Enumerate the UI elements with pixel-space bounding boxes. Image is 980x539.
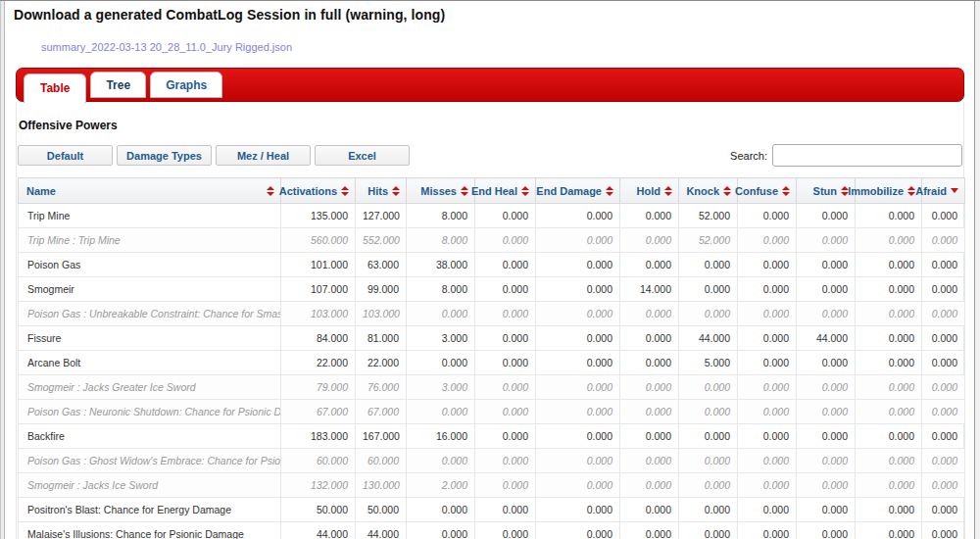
value-cell: 0.000 (536, 400, 620, 424)
value-cell: 0.000 (922, 522, 965, 539)
sort-both-icon (606, 186, 613, 196)
value-cell: 14.000 (620, 277, 679, 302)
toolbar: DefaultDamage TypesMez / HealExcel Searc… (18, 144, 962, 167)
sort-both-icon (341, 186, 349, 196)
value-cell: 3.000 (407, 326, 475, 351)
value-cell: 0.000 (797, 228, 856, 253)
value-cell: 0.000 (856, 424, 922, 449)
column-header-immobilize[interactable]: Immobilize (856, 178, 922, 204)
value-cell: 0.000 (536, 424, 620, 449)
value-cell: 22.000 (281, 351, 356, 375)
value-cell: 0.000 (679, 400, 738, 424)
mez-heal-button[interactable]: Mez / Heal (216, 145, 311, 166)
file-link-row: summary_2022-03-13 20_28_11.0_Jury Rigge… (41, 37, 966, 55)
value-cell: 0.000 (475, 522, 536, 539)
search-input[interactable] (772, 144, 962, 167)
value-cell: 0.000 (856, 228, 922, 253)
value-cell: 0.000 (475, 498, 536, 522)
session-file-link[interactable]: summary_2022-03-13 20_28_11.0_Jury Rigge… (41, 41, 292, 53)
value-cell: 63.000 (356, 253, 407, 277)
column-header-hold[interactable]: Hold (620, 178, 679, 204)
tab-table[interactable]: Table (24, 74, 86, 103)
column-header-end-damage[interactable]: End Damage (536, 178, 620, 204)
value-cell: 0.000 (536, 228, 620, 253)
value-cell: 0.000 (922, 449, 965, 473)
table-row: Malaise's Illusions: Chance for Psionic … (19, 522, 965, 539)
table-row: Arcane Bolt22.00022.0000.0000.0000.0000.… (19, 351, 965, 375)
value-cell: 0.000 (856, 253, 922, 277)
value-cell: 0.000 (620, 253, 679, 277)
value-cell: 0.000 (679, 375, 738, 400)
value-cell: 0.000 (475, 204, 536, 228)
value-cell: 0.000 (536, 326, 620, 351)
value-cell: 0.000 (679, 302, 738, 326)
column-header-confuse[interactable]: Confuse (738, 178, 797, 204)
column-header-end-heal[interactable]: End Heal (475, 178, 536, 204)
column-header-activations[interactable]: Activations (281, 178, 356, 204)
sort-both-icon (392, 186, 400, 196)
value-cell: 0.000 (797, 253, 856, 277)
value-cell: 0.000 (475, 473, 536, 498)
value-cell: 0.000 (797, 498, 856, 522)
column-label: End Heal (471, 185, 517, 197)
tab-tree[interactable]: Tree (90, 72, 146, 98)
value-cell: 60.000 (281, 449, 356, 473)
value-cell: 107.000 (281, 277, 356, 302)
value-cell: 0.000 (620, 326, 679, 351)
column-header-name[interactable]: Name (19, 178, 281, 204)
column-label: Stun (813, 185, 837, 197)
column-header-misses[interactable]: Misses (407, 178, 475, 204)
value-cell: 0.000 (536, 253, 620, 277)
sort-both-icon (461, 186, 468, 196)
value-cell: 0.000 (738, 277, 797, 302)
value-cell: 0.000 (536, 522, 620, 539)
value-cell: 0.000 (797, 277, 856, 302)
value-cell: 0.000 (922, 326, 965, 351)
value-cell: 0.000 (797, 449, 856, 473)
sort-both-icon (664, 186, 672, 196)
value-cell: 0.000 (620, 400, 679, 424)
excel-button[interactable]: Excel (315, 145, 410, 166)
column-header-knock[interactable]: Knock (679, 178, 738, 204)
value-cell: 79.000 (281, 375, 356, 400)
value-cell: 0.000 (922, 351, 965, 375)
value-cell: 0.000 (620, 228, 679, 253)
value-cell: 0.000 (536, 375, 620, 400)
value-cell: 2.000 (407, 473, 475, 498)
power-name-cell: Poison Gas : Unbreakable Constraint: Cha… (19, 302, 281, 326)
default-button[interactable]: Default (18, 145, 113, 166)
value-cell: 0.000 (536, 498, 620, 522)
value-cell: 0.000 (536, 277, 620, 302)
table-row: Smogmeir : Jacks Greater Ice Sword79.000… (19, 375, 965, 400)
power-name-cell: Positron's Blast: Chance for Energy Dama… (19, 498, 281, 522)
power-name-cell: Fissure (19, 326, 281, 351)
damage-types-button[interactable]: Damage Types (117, 145, 212, 166)
value-cell: 0.000 (738, 228, 797, 253)
window-frame-left (0, 1, 5, 539)
value-cell: 0.000 (922, 277, 965, 302)
value-cell: 0.000 (679, 424, 738, 449)
value-cell: 0.000 (738, 424, 797, 449)
table-row: Fissure84.00081.0003.0000.0000.0000.0004… (19, 326, 965, 351)
tab-graphs[interactable]: Graphs (150, 72, 222, 98)
value-cell: 0.000 (679, 473, 738, 498)
value-cell: 0.000 (679, 277, 738, 302)
value-cell: 22.000 (356, 351, 407, 375)
table-header-row: NameActivationsHitsMissesEnd HealEnd Dam… (19, 178, 965, 204)
power-name-cell: Malaise's Illusions: Chance for Psionic … (19, 522, 281, 539)
value-cell: 0.000 (797, 473, 856, 498)
tab-panel-table: Offensive Powers DefaultDamage TypesMez … (16, 102, 964, 539)
value-cell: 0.000 (856, 400, 922, 424)
value-cell: 0.000 (856, 498, 922, 522)
column-header-hits[interactable]: Hits (356, 178, 407, 204)
column-header-stun[interactable]: Stun (797, 178, 856, 204)
sort-both-icon (723, 186, 731, 196)
page: Download a generated CombatLog Session i… (0, 1, 980, 539)
power-name-cell: Trip Mine (19, 204, 281, 228)
table-row: Smogmeir107.00099.0008.0000.0000.00014.0… (19, 277, 965, 302)
value-cell: 67.000 (281, 400, 356, 424)
table-row: Positron's Blast: Chance for Energy Dama… (19, 498, 965, 522)
column-header-afraid[interactable]: Afraid (922, 178, 965, 204)
value-cell: 135.000 (281, 204, 356, 228)
column-label: Confuse (735, 185, 778, 197)
